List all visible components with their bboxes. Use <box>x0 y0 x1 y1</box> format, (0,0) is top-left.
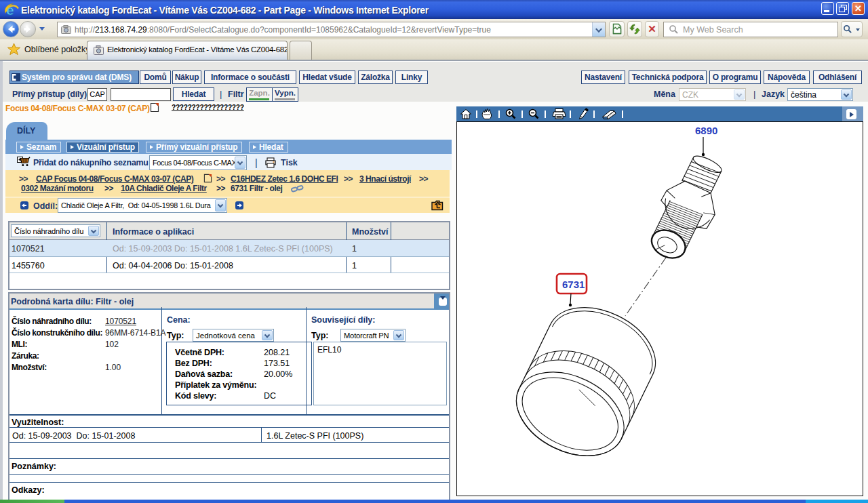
svg-text:6890: 6890 <box>695 125 717 136</box>
svg-text:3030210: 3030210 <box>766 494 798 495</box>
svg-text:6731: 6731 <box>562 279 585 290</box>
